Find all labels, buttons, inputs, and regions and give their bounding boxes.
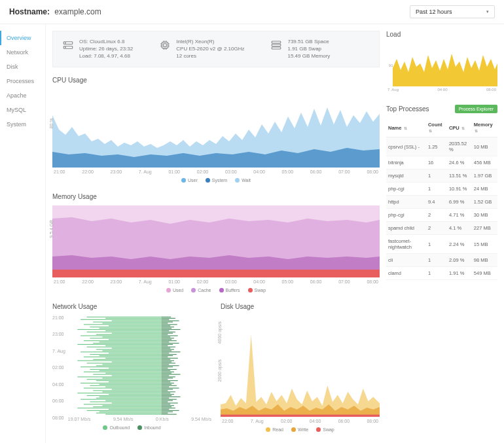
sidebar-item-processes[interactable]: Processes [0,74,45,88]
svg-rect-85 [77,408,162,408]
svg-rect-56 [84,371,162,372]
legend-label: Swap [255,288,266,292]
svg-rect-13 [105,317,162,318]
svg-rect-142 [162,380,178,381]
svg-rect-47 [77,360,162,361]
svg-rect-18 [84,324,162,325]
table-row[interactable]: cpsrvd (SSL) -1.252035.52 %10 MB [386,137,497,156]
legend-dot-icon [103,425,107,430]
svg-rect-10 [52,270,380,277]
svg-rect-72 [102,391,162,392]
svg-rect-59 [112,375,162,376]
legend-item[interactable]: Outbound [103,425,130,430]
table-row[interactable]: mysqld113.51 %1.97 GB [386,169,497,183]
legend-label: Read [272,427,283,432]
table-column-header[interactable]: CPU ⇅ [447,118,472,137]
tick: 04:00 [310,419,321,423]
legend-item[interactable]: Wait [235,178,251,183]
legend-item[interactable]: Cache [191,288,211,292]
sidebar-item-overview[interactable]: Overview [0,31,45,45]
legend-label: Used [173,288,183,292]
legend-item[interactable]: Swap [316,427,334,432]
table-cell: 24.6 % [447,156,472,169]
table-row[interactable]: cli12.09 %98 MB [386,254,497,267]
table-row[interactable]: httpd9.46.99 %1.52 GB [386,196,497,209]
svg-rect-127 [162,361,171,362]
legend-item[interactable]: Write [291,427,308,432]
legend-item[interactable]: Used [166,288,183,292]
tick: 08:00 [486,88,496,92]
svg-rect-50 [102,364,162,364]
info-memory: 15.49 GB Memory [287,52,330,60]
svg-rect-89 [96,412,162,413]
svg-rect-158 [162,400,173,400]
table-row[interactable]: bitninja1624.6 %456 MB [386,156,497,169]
svg-rect-131 [162,366,173,367]
info-swap: 1.91 GB Swap [287,45,330,52]
svg-rect-108 [162,338,174,338]
table-cell: 1 [426,267,447,280]
svg-rect-17 [102,323,162,323]
svg-rect-53 [109,368,162,368]
table-cell: 98 MB [472,254,497,267]
sidebar-item-disk[interactable]: Disk [0,60,45,74]
svg-rect-126 [162,360,174,361]
table-row[interactable]: fastcomet-nightwatch12.24 %15 MB [386,235,497,254]
legend-item[interactable]: Inbound [137,425,160,430]
table-cell: cpsrvd (SSL) - [386,137,426,156]
tick: 08:00 [367,419,378,423]
memory-usage-title: Memory Usage [52,193,380,200]
legend-item[interactable]: Swap [248,288,266,292]
info-load: Load: 7.08, 4.97, 4.68 [79,52,133,60]
table-column-header[interactable]: Count ⇅ [426,118,447,137]
legend-dot-icon [166,288,171,292]
info-cpu-model: CPU E5-2620 v2 @ 2.10GHz [176,45,244,52]
table-cell: 24 MB [472,183,497,196]
sidebar-item-mysql[interactable]: MySQL [0,103,45,117]
svg-rect-106 [162,335,178,336]
table-row[interactable]: php-cgi110.91 %24 MB [386,183,497,196]
legend-item[interactable]: Read [266,427,283,432]
table-column-header[interactable]: Name ⇅ [386,118,426,137]
server-icon [62,39,74,51]
svg-rect-130 [162,365,179,366]
disk-ylabel-2: 2000 ops/s [217,360,222,382]
table-column-header[interactable]: Memory ⇅ [472,118,497,137]
sidebar: Overview Network Disk Processes Apache M… [0,24,46,443]
tick: 7. Aug [52,349,65,353]
tick: 04:00 [52,382,65,387]
svg-rect-155 [162,396,181,397]
svg-rect-138 [162,375,169,376]
svg-rect-163 [162,406,171,407]
table-row[interactable]: php-cgi24.71 %30 MB [386,209,497,222]
sidebar-item-system[interactable]: System [0,117,45,132]
svg-rect-150 [162,390,168,391]
svg-rect-39 [102,350,162,351]
table-cell: 1 [426,254,447,267]
sidebar-item-apache[interactable]: Apache [0,88,45,103]
legend-item[interactable]: User [181,178,198,183]
tick: 08:00 [52,416,65,420]
svg-rect-7 [272,44,281,46]
legend-item[interactable]: System [206,178,227,183]
legend-label: Cache [198,288,211,292]
time-range-select[interactable]: Past 12 hours ▾ [410,5,495,18]
svg-rect-24 [86,331,161,332]
sidebar-item-network[interactable]: Network [0,45,45,60]
tick: 01:00 [168,279,180,284]
top-processes-panel: Top Processes Process Explorer Name ⇅Cou… [386,105,497,280]
svg-rect-64 [109,381,162,382]
table-cell: php-cgi [386,209,426,222]
table-cell: 6.99 % [447,196,472,209]
tick: 04:00 [253,169,265,174]
svg-rect-151 [162,391,175,392]
info-cpu-cores: 12 cores [176,52,244,60]
process-explorer-button[interactable]: Process Explorer [455,105,497,113]
svg-rect-161 [162,404,170,404]
table-row[interactable]: spamd child24.1 %227 MB [386,222,497,235]
legend-item[interactable]: Buffers [219,288,240,292]
svg-rect-117 [162,349,174,349]
table-row[interactable]: clamd11.91 %549 MB [386,267,497,280]
svg-rect-55 [99,370,161,370]
svg-rect-137 [162,374,181,374]
